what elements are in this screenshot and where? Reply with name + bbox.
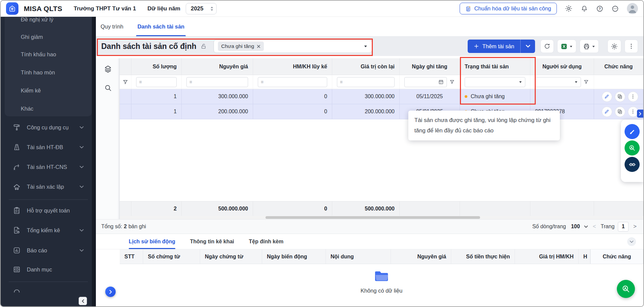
search-icon[interactable] bbox=[103, 83, 113, 93]
dcol-clipped[interactable]: H bbox=[579, 249, 590, 264]
organization-name[interactable]: Trường THPT Tư vấn 1 bbox=[74, 5, 136, 12]
grid-settings-button[interactable] bbox=[607, 40, 621, 53]
sidebar-item-tinh-khau-hao[interactable]: Tính khấu hao bbox=[1, 48, 92, 61]
help-icon[interactable]: ? bbox=[596, 5, 603, 12]
detail-tab-thong-tin-ke-khai[interactable]: Thông tin kê khai bbox=[190, 234, 234, 249]
page-label: Trang bbox=[601, 224, 614, 230]
filter-input-so-luong[interactable]: = bbox=[136, 77, 177, 87]
refresh-button[interactable] bbox=[540, 40, 554, 53]
asset-row-1[interactable]: 1 300.000.000 0 300.000.000 05/11/2025 C… bbox=[120, 89, 643, 104]
goggles-bot-button[interactable] bbox=[625, 157, 640, 172]
row-more-button[interactable] bbox=[628, 107, 638, 117]
year-spinner-icon[interactable] bbox=[210, 6, 214, 11]
sidebar-item-tai-san-ht-db[interactable]: Tài sản HT-ĐB bbox=[1, 140, 92, 154]
settings-gear-icon[interactable] bbox=[565, 5, 573, 12]
dcol-ngay-bien-dong[interactable]: Ngày biến động bbox=[262, 249, 326, 264]
duplicate-button[interactable] bbox=[615, 107, 625, 117]
edit-button[interactable] bbox=[602, 107, 612, 117]
add-asset-dropdown-button[interactable] bbox=[520, 40, 535, 53]
expand-sidebar-strip-button[interactable] bbox=[105, 287, 116, 297]
year-selector[interactable]: 2025 bbox=[186, 3, 217, 14]
asset-row-2[interactable]: 1 200.000.000 0 200.000.000 05/01/2025 C… bbox=[120, 104, 643, 119]
chip-remove-icon[interactable] bbox=[257, 45, 260, 48]
row-more-button[interactable] bbox=[628, 91, 638, 102]
dcol-nguyen-gia[interactable]: Nguyên giá bbox=[391, 249, 451, 264]
dcol-so-tien-thuc-hien[interactable]: Số tiền thực hiện bbox=[451, 249, 515, 264]
sidebar-item-ghi-giam[interactable]: Ghi giảm bbox=[1, 30, 92, 44]
unlock-icon[interactable] bbox=[200, 43, 207, 50]
filter-funnel-icon[interactable] bbox=[120, 75, 131, 89]
tab-quy-trinh[interactable]: Quy trình bbox=[99, 17, 125, 36]
per-page-select[interactable]: 100 bbox=[569, 224, 588, 230]
dcol-gia-tri-hm-kh[interactable]: Giá trị HM/KH bbox=[515, 249, 579, 264]
sidebar-item-kiem-ke[interactable]: Kiểm kê bbox=[1, 84, 92, 97]
support-search-button[interactable] bbox=[625, 140, 640, 156]
dcol-stt[interactable]: STT bbox=[120, 249, 143, 264]
assistant-brush-button[interactable] bbox=[625, 124, 640, 139]
col-header-ngay-ghi-tang[interactable]: Ngày ghi tăng bbox=[400, 58, 460, 75]
sidebar-item-khac[interactable]: Khác bbox=[1, 102, 92, 115]
group-layers-icon[interactable] bbox=[103, 64, 113, 74]
sidebar-item-bao-cao[interactable]: Báo cáo bbox=[1, 244, 92, 257]
filter-select-trang-thai[interactable] bbox=[465, 77, 525, 87]
cell-so-luong: 1 bbox=[131, 104, 182, 119]
sidebar-item-cong-cu-dung-cu[interactable]: Công cụ dụng cụ bbox=[1, 121, 92, 134]
app-logo-icon[interactable] bbox=[6, 2, 18, 15]
user-avatar[interactable] bbox=[627, 3, 638, 14]
svg-text:?: ? bbox=[599, 7, 601, 10]
sidebar-item-danh-muc[interactable]: Danh mục bbox=[1, 263, 92, 276]
filter-funnel-icon[interactable] bbox=[449, 79, 455, 85]
print-button[interactable] bbox=[580, 40, 599, 53]
status-filter-combobox[interactable]: Chưa ghi tăng bbox=[214, 40, 372, 53]
sidebar-item-tinh-hao-mon[interactable]: Tính hao mòn bbox=[1, 66, 92, 79]
duplicate-button[interactable] bbox=[615, 91, 625, 102]
normalize-data-button[interactable]: Chuẩn hóa dữ liệu tài sản công bbox=[460, 3, 557, 14]
col-header-chuc-nang[interactable]: Chức năng bbox=[594, 58, 643, 75]
filter-input-hm-kh[interactable]: = bbox=[258, 77, 327, 87]
filter-select-nguoi-su-dung[interactable] bbox=[535, 77, 581, 87]
filter-chip-label: Chưa ghi tăng bbox=[221, 43, 254, 49]
more-actions-button[interactable] bbox=[625, 40, 638, 53]
col-header-nguoi-su-dung[interactable]: Người sử dụng bbox=[530, 58, 594, 75]
notifications-bell-icon[interactable] bbox=[581, 5, 588, 12]
scrollbar-thumb[interactable] bbox=[266, 216, 480, 219]
dcol-so-chung-tu[interactable]: Số chứng từ bbox=[143, 249, 200, 264]
col-header-nguyen-gia[interactable]: Nguyên giá bbox=[182, 58, 253, 75]
plus-icon bbox=[474, 44, 479, 49]
col-header-hm-kh-luy-ke[interactable]: HM/KH lũy kế bbox=[253, 58, 332, 75]
col-header-gia-tri-con-lai[interactable]: Giá trị còn lại bbox=[332, 58, 400, 75]
detail-tab-tep-dinh-kem[interactable]: Tệp đính kèm bbox=[249, 234, 283, 249]
detail-tab-lich-su-bien-dong[interactable]: Lịch sử biến động bbox=[129, 234, 175, 249]
prev-page-button[interactable]: < bbox=[591, 223, 597, 230]
grid-summary-row: 2 500.000.000 0 500.000.000 bbox=[120, 201, 643, 216]
sidebar-item-partial[interactable] bbox=[1, 285, 92, 298]
collapse-detail-icon[interactable] bbox=[627, 237, 636, 246]
combobox-caret-icon[interactable] bbox=[363, 45, 368, 48]
add-asset-button[interactable]: Thêm tài sản bbox=[468, 40, 520, 53]
page-number-input[interactable]: 1 bbox=[618, 222, 629, 232]
sidebar-item-de-nghi-xu-ly[interactable]: Đề nghị xử lý bbox=[1, 17, 92, 26]
sidebar-collapse-button[interactable] bbox=[78, 297, 87, 305]
filter-funnel-icon[interactable] bbox=[583, 79, 589, 85]
filter-chip[interactable]: Chưa ghi tăng bbox=[218, 42, 264, 51]
export-excel-button[interactable] bbox=[557, 40, 576, 53]
col-header-so-luong[interactable]: Số lượng bbox=[131, 58, 182, 75]
expand-panel-chevron[interactable] bbox=[637, 110, 643, 118]
tab-danh-sach-tai-san[interactable]: Danh sách tài sản bbox=[136, 17, 186, 36]
filter-date-ngay-ghi-tang[interactable] bbox=[404, 77, 447, 87]
support-chat-fab[interactable] bbox=[617, 280, 635, 298]
next-page-button[interactable]: > bbox=[632, 223, 638, 230]
dcol-chuc-nang[interactable]: Chức năng bbox=[590, 249, 643, 264]
edit-button[interactable] bbox=[602, 91, 612, 102]
filter-input-gia-tri-con-lai[interactable]: = bbox=[337, 77, 395, 87]
sidebar-item-tong-kiem-ke[interactable]: Tổng kiểm kê bbox=[1, 224, 92, 237]
filter-input-nguyen-gia[interactable]: = bbox=[186, 77, 248, 87]
sidebar-item-tai-san-xac-lap[interactable]: Tài sản xác lập bbox=[1, 180, 92, 193]
sidebar-item-tai-san-ht-cns[interactable]: Tài sản HT-CNS bbox=[1, 160, 92, 174]
col-header-trang-thai[interactable]: Trạng thái tài sản bbox=[460, 58, 530, 75]
sidebar-item-ho-tro-quyet-toan[interactable]: Hỗ trợ quyết toán bbox=[1, 204, 92, 217]
more-options-icon[interactable] bbox=[611, 5, 619, 12]
chevron-down-icon bbox=[79, 166, 84, 169]
dcol-ngay-chung-tu[interactable]: Ngày chứng từ bbox=[200, 249, 262, 264]
dcol-noi-dung[interactable]: Nội dung bbox=[326, 249, 391, 264]
